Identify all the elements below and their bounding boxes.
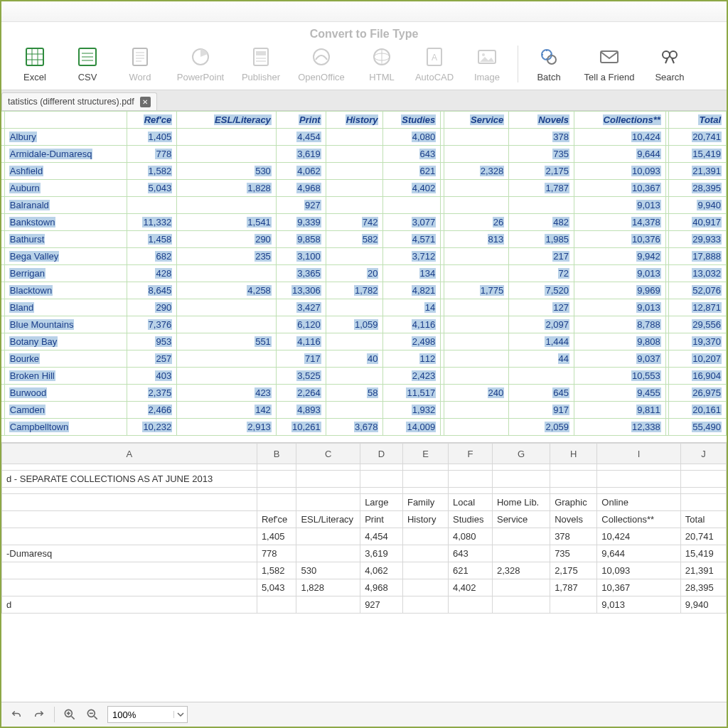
cell[interactable]: 20,741 bbox=[680, 528, 726, 545]
cell[interactable] bbox=[296, 528, 360, 545]
cell[interactable]: 778 bbox=[257, 545, 296, 562]
cell[interactable] bbox=[296, 464, 360, 471]
cell[interactable]: History bbox=[402, 511, 448, 528]
cell[interactable] bbox=[257, 494, 296, 511]
cell[interactable] bbox=[2, 464, 257, 471]
cell[interactable]: d bbox=[2, 596, 257, 614]
cell[interactable] bbox=[2, 579, 257, 596]
cell[interactable] bbox=[680, 464, 726, 471]
cell[interactable]: d - SEPARATE COLLECTIONS AS AT JUNE 2013 bbox=[2, 471, 257, 488]
cell[interactable] bbox=[449, 488, 493, 494]
column-letter[interactable]: E bbox=[402, 444, 448, 464]
cell[interactable] bbox=[550, 464, 597, 471]
cell[interactable] bbox=[402, 528, 448, 545]
column-letter[interactable]: A bbox=[2, 444, 257, 464]
cell[interactable]: Novels bbox=[550, 511, 597, 528]
cell[interactable] bbox=[449, 464, 493, 471]
cell[interactable]: Studies bbox=[449, 511, 493, 528]
cell[interactable] bbox=[449, 471, 493, 488]
toolbar-csv-button[interactable]: CSV bbox=[61, 45, 114, 82]
cell[interactable]: 28,395 bbox=[680, 579, 726, 596]
document-tab[interactable]: tatistics (different structures).pdf ✕ bbox=[1, 92, 157, 110]
column-letter[interactable]: C bbox=[296, 444, 360, 464]
toolbar-batch-button[interactable]: Batch bbox=[523, 45, 575, 82]
cell[interactable]: Collections** bbox=[597, 511, 680, 528]
cell[interactable] bbox=[597, 488, 680, 494]
cell[interactable]: 10,093 bbox=[597, 562, 680, 579]
cell[interactable]: 9,644 bbox=[597, 545, 680, 562]
cell[interactable] bbox=[296, 545, 360, 562]
cell[interactable] bbox=[492, 488, 550, 494]
cell[interactable] bbox=[360, 488, 403, 494]
cell[interactable]: 9,013 bbox=[597, 596, 680, 614]
cell[interactable] bbox=[296, 494, 360, 511]
zoom-input[interactable] bbox=[108, 710, 173, 720]
cell[interactable] bbox=[296, 596, 360, 614]
chevron-down-icon[interactable] bbox=[173, 711, 187, 718]
column-letter[interactable]: J bbox=[680, 444, 726, 464]
cell[interactable]: 735 bbox=[550, 545, 597, 562]
cell[interactable]: -Dumaresq bbox=[2, 545, 257, 562]
cell[interactable] bbox=[296, 471, 360, 488]
column-letter[interactable]: D bbox=[360, 444, 403, 464]
cell[interactable] bbox=[2, 528, 257, 545]
cell[interactable]: Graphic bbox=[550, 494, 597, 511]
cell[interactable] bbox=[257, 596, 296, 614]
cell[interactable]: 4,062 bbox=[360, 562, 403, 579]
column-letter[interactable]: B bbox=[257, 444, 296, 464]
cell[interactable]: 4,968 bbox=[360, 579, 403, 596]
cell[interactable] bbox=[402, 488, 448, 494]
cell[interactable]: 1,828 bbox=[296, 579, 360, 596]
cell[interactable]: Family bbox=[402, 494, 448, 511]
cell[interactable]: 2,175 bbox=[550, 562, 597, 579]
cell[interactable] bbox=[296, 488, 360, 494]
cell[interactable] bbox=[492, 471, 550, 488]
cell[interactable] bbox=[257, 464, 296, 471]
zoom-in-button[interactable] bbox=[62, 707, 77, 722]
cell[interactable]: 1,787 bbox=[550, 579, 597, 596]
cell[interactable] bbox=[492, 545, 550, 562]
cell[interactable]: Large bbox=[360, 494, 403, 511]
cell[interactable] bbox=[597, 471, 680, 488]
cell[interactable] bbox=[492, 528, 550, 545]
cell[interactable]: Local bbox=[449, 494, 493, 511]
cell[interactable]: 2,328 bbox=[492, 562, 550, 579]
cell[interactable] bbox=[402, 464, 448, 471]
zoom-out-button[interactable] bbox=[85, 707, 100, 722]
cell[interactable] bbox=[402, 596, 448, 614]
cell[interactable] bbox=[550, 471, 597, 488]
column-letter[interactable]: F bbox=[449, 444, 493, 464]
cell[interactable] bbox=[2, 511, 257, 528]
cell[interactable] bbox=[680, 488, 726, 494]
cell[interactable]: 643 bbox=[449, 545, 493, 562]
close-icon[interactable]: ✕ bbox=[140, 97, 151, 107]
cell[interactable]: Total bbox=[680, 511, 726, 528]
zoom-combo[interactable] bbox=[107, 706, 188, 723]
cell[interactable] bbox=[597, 464, 680, 471]
cell[interactable] bbox=[257, 471, 296, 488]
cell[interactable]: 1,582 bbox=[257, 562, 296, 579]
toolbar-tell-button[interactable]: Tell a Friend bbox=[575, 45, 643, 82]
cell[interactable] bbox=[550, 596, 597, 614]
cell[interactable] bbox=[680, 471, 726, 488]
cell[interactable]: 10,424 bbox=[597, 528, 680, 545]
cell[interactable]: 4,402 bbox=[449, 579, 493, 596]
cell[interactable] bbox=[402, 545, 448, 562]
cell[interactable] bbox=[402, 562, 448, 579]
cell[interactable] bbox=[360, 471, 403, 488]
cell[interactable]: 15,419 bbox=[680, 545, 726, 562]
cell[interactable]: Home Lib. bbox=[492, 494, 550, 511]
cell[interactable]: 5,043 bbox=[257, 579, 296, 596]
cell[interactable]: 9,940 bbox=[680, 596, 726, 614]
cell[interactable] bbox=[492, 464, 550, 471]
cell[interactable] bbox=[680, 494, 726, 511]
cell[interactable]: 21,391 bbox=[680, 562, 726, 579]
redo-button[interactable] bbox=[31, 707, 47, 722]
cell[interactable] bbox=[402, 579, 448, 596]
toolbar-excel-button[interactable]: Excel bbox=[9, 45, 61, 82]
cell[interactable]: 3,619 bbox=[360, 545, 403, 562]
cell[interactable] bbox=[492, 596, 550, 614]
cell[interactable]: 378 bbox=[550, 528, 597, 545]
cell[interactable]: 927 bbox=[360, 596, 403, 614]
pdf-preview-pane[interactable]: Ref'ceESL/LiteracyPrintHistoryStudiesSer… bbox=[1, 111, 727, 443]
